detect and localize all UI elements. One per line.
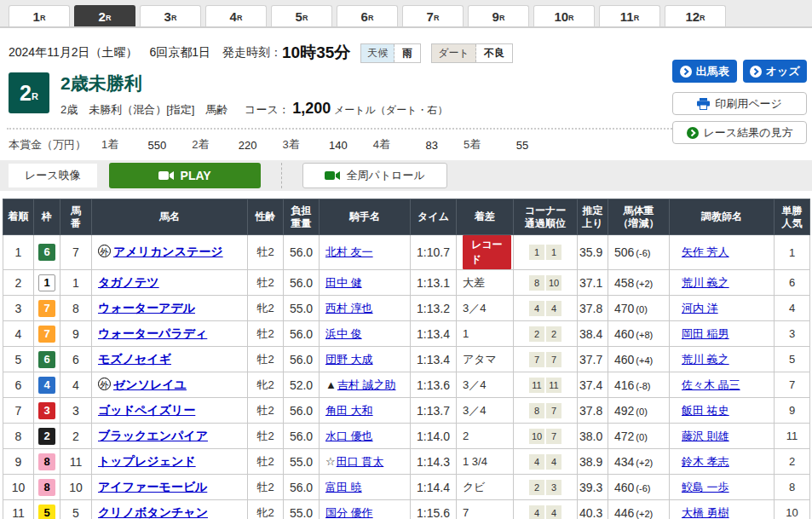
course-label: コース：: [245, 103, 290, 116]
horse-name-link[interactable]: アメリカンステージ: [113, 245, 223, 258]
carried-weight: 56.0: [284, 235, 320, 270]
trainer-cell: 岡田 稲男: [670, 321, 775, 347]
margin-cell: 2: [457, 424, 514, 449]
odds-button[interactable]: オッズ: [743, 60, 808, 83]
trainer-name-link[interactable]: 佐々木 晶三: [682, 378, 740, 391]
trainer-name-link[interactable]: 鈴木 孝志: [682, 455, 729, 468]
body-weight: 492: [614, 404, 634, 418]
tab-suffix: R: [302, 14, 308, 22]
jockey-name-link[interactable]: 水口 優也: [325, 430, 373, 442]
jockey-name-link[interactable]: 団野 大成: [325, 353, 373, 366]
horse-number: 1: [60, 270, 92, 296]
sex-age: 牡2: [248, 235, 284, 270]
jockey-cell: 北村 友一: [320, 235, 411, 270]
table-row: 378ウォーターアデル牝255.0西村 淳也1:13.23／44437.8470…: [3, 296, 810, 321]
win-popularity: 7: [775, 372, 810, 398]
trainer-cell: 荒川 義之: [670, 270, 775, 296]
race-tab-11r[interactable]: 11R: [599, 5, 660, 26]
results-table-body: 167外アメリカンステージ牡256.0北村 友一1:10.7レコード1135.9…: [3, 235, 810, 519]
trainer-name-link[interactable]: 矢作 芳人: [682, 245, 729, 258]
corner-order-cell: 1111: [514, 372, 578, 398]
body-weight: 446: [614, 506, 634, 519]
finish-time: 1:14.4: [411, 475, 457, 500]
tab-suffix: R: [434, 14, 440, 22]
race-tab-3r[interactable]: 3R: [140, 5, 201, 26]
race-conditions: 2歳 未勝利（混合）[指定] 馬齢 コース： 1,200 メートル（ダート・右）: [60, 100, 447, 118]
column-header: 調教師名: [670, 199, 775, 235]
frame-number-badge: 6: [38, 244, 55, 261]
jockey-name-link[interactable]: 富田 暁: [325, 481, 362, 493]
jockey-name-link[interactable]: 西村 淳也: [325, 302, 373, 314]
trainer-name-link[interactable]: 鮫島 一歩: [682, 481, 729, 493]
race-tab-5r[interactable]: 5R: [271, 5, 332, 26]
trainer-name-link[interactable]: 飯田 祐史: [682, 404, 729, 417]
horse-name-cell: ウォーターアデル: [92, 296, 248, 321]
horse-name-link[interactable]: ウォーターアデル: [98, 301, 195, 314]
body-weight: 458: [614, 276, 634, 290]
race-tab-7r[interactable]: 7R: [402, 5, 464, 26]
race-video-label: レース映像: [9, 164, 97, 187]
race-tab-10r[interactable]: 10R: [533, 5, 595, 26]
trainer-name-link[interactable]: 大橋 勇樹: [682, 506, 729, 519]
body-weight-cell: 506(-6): [608, 235, 670, 270]
horse-name-link[interactable]: ウォーターパラディ: [98, 326, 207, 340]
body-weight-cell: 460(+4): [608, 347, 670, 372]
corner-position: 7: [546, 403, 561, 418]
tab-number: 7: [427, 9, 434, 24]
jockey-name-link[interactable]: 吉村 誠之助: [337, 378, 396, 391]
results-guide-button[interactable]: レース結果の見方: [672, 121, 807, 144]
sex-age: 牝2: [248, 296, 284, 321]
race-tab-12r[interactable]: 12R: [665, 5, 726, 26]
trainer-name-link[interactable]: 河内 洋: [682, 302, 718, 314]
jockey-cell: ☆田口 貫太: [320, 449, 411, 475]
horse-name-cell: 外ゼンソレイユ: [92, 372, 248, 398]
play-button[interactable]: PLAY: [109, 163, 261, 188]
jockey-cell: 浜中 俊: [320, 321, 411, 347]
finish-position: 2: [3, 270, 34, 296]
race-tab-6r[interactable]: 6R: [337, 5, 398, 26]
tab-number: 4: [230, 9, 237, 24]
horse-name-link[interactable]: アイファーモービル: [98, 480, 207, 493]
frame-number-badge: 5: [38, 505, 55, 519]
trainer-cell: 矢作 芳人: [670, 235, 775, 270]
trainer-name-link[interactable]: 岡田 稲男: [682, 327, 729, 340]
race-tab-4r[interactable]: 4R: [205, 5, 267, 26]
sex-age: 牡2: [248, 398, 284, 424]
horse-number: 6: [60, 347, 92, 372]
race-tab-9r[interactable]: 9R: [468, 5, 529, 26]
corner-order-cell: 107: [514, 424, 578, 449]
race-tab-2r[interactable]: 2R: [74, 5, 135, 26]
win-popularity: 11: [775, 424, 810, 449]
jockey-apprentice-mark: ☆: [325, 455, 336, 468]
last-3f-time: 37.7: [578, 347, 608, 372]
race-number-suffix: R: [32, 91, 38, 101]
jockey-name-link[interactable]: 田中 健: [325, 276, 362, 289]
trainer-name-link[interactable]: 荒川 義之: [682, 276, 729, 289]
patrol-video-button[interactable]: 全周パトロール: [302, 163, 447, 188]
jockey-name-link[interactable]: 浜中 俊: [325, 327, 362, 340]
race-tab-1r[interactable]: 1R: [9, 5, 70, 26]
horse-name-link[interactable]: タガノテツ: [98, 275, 159, 289]
horse-name-link[interactable]: ゼンソレイユ: [113, 378, 187, 391]
print-page-button[interactable]: 印刷用ページ: [672, 92, 807, 115]
results-table: 着順枠馬 番馬名性齢負担 重量騎手名タイム着差コーナー 通過順位推定 上り馬体重…: [3, 199, 810, 519]
finish-time: 1:14.0: [411, 424, 457, 449]
finish-time: 1:14.3: [411, 449, 457, 475]
horse-name-link[interactable]: クリノボタンチャン: [98, 505, 208, 519]
jockey-name-link[interactable]: 北村 友一: [325, 245, 373, 258]
last-3f-time: 40.3: [578, 500, 608, 519]
trainer-name-link[interactable]: 荒川 義之: [682, 353, 729, 366]
finish-time: 1:13.1: [411, 270, 457, 296]
horse-name-link[interactable]: ゴッドペイズリー: [98, 403, 195, 417]
trainer-name-link[interactable]: 藤沢 則雄: [682, 430, 729, 442]
jockey-name-link[interactable]: 田口 貫太: [337, 455, 384, 468]
entry-table-button[interactable]: 出馬表: [672, 60, 737, 83]
jockey-name-link[interactable]: 角田 大和: [325, 404, 373, 417]
sex-age: 牝2: [248, 372, 284, 398]
horse-name-link[interactable]: ブラックエンパイア: [98, 429, 208, 442]
jockey-name-link[interactable]: 国分 優作: [325, 506, 373, 519]
last-3f-time: 38.4: [578, 321, 608, 347]
horse-name-link[interactable]: トップレジェンド: [98, 454, 196, 468]
tab-number: 10: [554, 9, 568, 24]
horse-name-link[interactable]: モズノセイギ: [98, 352, 171, 366]
